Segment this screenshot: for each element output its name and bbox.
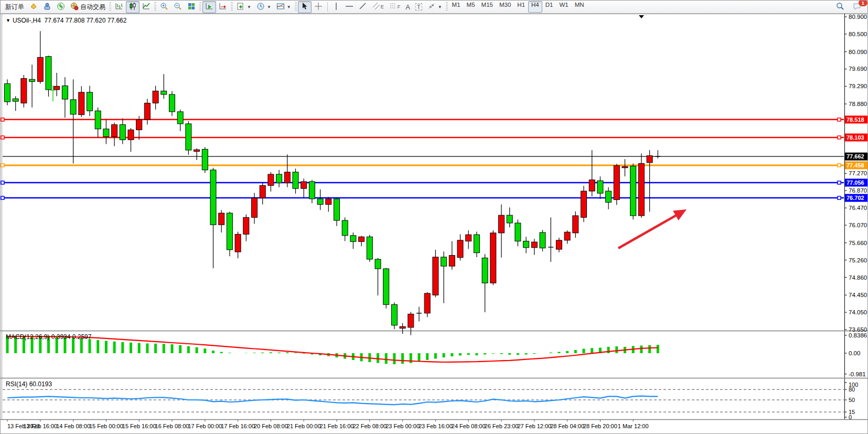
crosshair-icon bbox=[314, 2, 323, 12]
vertical-line-button[interactable] bbox=[330, 1, 342, 13]
price-axis[interactable]: 80.90080.50080.09079.69079.29078.88077.2… bbox=[845, 14, 867, 333]
trend-arrow-object[interactable] bbox=[618, 209, 687, 248]
zoom-in-icon bbox=[160, 2, 168, 12]
autotrading-button[interactable]: 自动交易 bbox=[68, 1, 108, 13]
zoom-in-button[interactable] bbox=[157, 1, 171, 13]
svg-text:77.056: 77.056 bbox=[846, 179, 864, 186]
candlestick-chart-button[interactable] bbox=[126, 1, 140, 13]
chart-title-ohlc: 77.674 77.808 77.620 77.662 bbox=[45, 17, 127, 24]
timeframe-h4-button[interactable]: H4 bbox=[528, 1, 542, 13]
timeframe-m1-button[interactable]: M1 bbox=[449, 1, 464, 13]
cursor-button[interactable] bbox=[298, 1, 312, 13]
bar-chart-button[interactable] bbox=[112, 1, 126, 13]
chat-button[interactable]: 1 bbox=[850, 1, 864, 13]
svg-text:23 Feb 00:00: 23 Feb 00:00 bbox=[385, 423, 420, 429]
svg-text:76.702: 76.702 bbox=[846, 195, 864, 201]
new-chart-button[interactable]: ▼ bbox=[234, 1, 254, 13]
auto-scroll-icon bbox=[205, 2, 213, 12]
dropdown-caret-icon: ▼ bbox=[247, 5, 251, 9]
svg-text:20 Feb 08:00: 20 Feb 08:00 bbox=[254, 423, 288, 429]
svg-text:50: 50 bbox=[849, 397, 855, 403]
trendline-button[interactable] bbox=[356, 1, 370, 13]
profile-button[interactable] bbox=[40, 1, 54, 13]
macd-panel[interactable]: 0.83860.00-0.981 bbox=[7, 332, 867, 377]
crosshair-button[interactable] bbox=[312, 1, 325, 13]
svg-text:24 Feb 08:00: 24 Feb 08:00 bbox=[452, 423, 486, 429]
svg-text:14 Feb 08:00: 14 Feb 08:00 bbox=[56, 423, 90, 429]
svg-text:13 Feb 16:00: 13 Feb 16:00 bbox=[23, 423, 57, 429]
chart-window: 78.51878.10377.66277.45877.05676.70280.9… bbox=[1, 14, 868, 434]
collapse-triangle-icon[interactable]: ▼ bbox=[6, 18, 10, 23]
bar-chart-icon bbox=[115, 2, 123, 12]
drawing-objects[interactable] bbox=[50, 15, 687, 248]
horizontal-line-icon bbox=[345, 2, 353, 12]
timeframe-w1-button[interactable]: W1 bbox=[556, 1, 571, 13]
svg-text:74.860: 74.860 bbox=[849, 274, 867, 281]
svg-text:21 Feb 16:00: 21 Feb 16:00 bbox=[320, 423, 354, 429]
chat-unread-badge: 1 bbox=[859, 0, 867, 6]
svg-text:78.103: 78.103 bbox=[846, 134, 864, 141]
chart-canvas[interactable]: 78.51878.10377.66277.45877.05676.70280.9… bbox=[1, 14, 868, 434]
svg-text:17 Feb 00:00: 17 Feb 00:00 bbox=[188, 423, 222, 429]
svg-text:76.870: 76.870 bbox=[849, 187, 867, 194]
svg-text:80: 80 bbox=[849, 386, 855, 393]
tile-windows-icon bbox=[187, 2, 196, 12]
market-watch-button[interactable] bbox=[27, 1, 40, 13]
time-axis[interactable]: 13 Feb 202313 Feb 16:0014 Feb 08:0015 Fe… bbox=[7, 420, 649, 429]
svg-text:23 Feb 16:00: 23 Feb 16:00 bbox=[419, 423, 453, 429]
shapes-icon bbox=[427, 2, 436, 12]
toolbar-grip bbox=[231, 2, 233, 12]
tile-windows-button[interactable] bbox=[185, 1, 198, 13]
svg-text:0.8386: 0.8386 bbox=[849, 332, 867, 338]
channel-letter: E bbox=[381, 4, 384, 9]
fibonacci-button[interactable]: F bbox=[387, 1, 403, 13]
chart-title: ▼USOil-,H4 77.674 77.808 77.620 77.662 bbox=[6, 17, 126, 24]
svg-text:76.470: 76.470 bbox=[849, 205, 867, 211]
chart-shift-button[interactable] bbox=[216, 1, 230, 13]
fibonacci-icon bbox=[389, 2, 398, 12]
line-chart-button[interactable] bbox=[140, 1, 153, 13]
autotrading-label: 自动交易 bbox=[80, 3, 105, 12]
timeframe-h1-button[interactable]: H1 bbox=[514, 1, 528, 13]
toolbar-grip bbox=[199, 2, 201, 12]
zoom-out-icon bbox=[174, 2, 182, 12]
svg-text:76.070: 76.070 bbox=[849, 222, 867, 228]
svg-text:78.518: 78.518 bbox=[846, 117, 864, 123]
svg-text:1 Mar 12:00: 1 Mar 12:00 bbox=[618, 423, 649, 429]
timeframe-m30-button[interactable]: M30 bbox=[496, 1, 514, 13]
svg-text:77.458: 77.458 bbox=[846, 162, 864, 168]
new-order-button[interactable]: 新订单 bbox=[3, 1, 27, 13]
svg-text:0: 0 bbox=[849, 414, 852, 420]
new-order-label: 新订单 bbox=[5, 3, 24, 12]
timeframe-mn-button[interactable]: MN bbox=[572, 1, 587, 13]
search-button[interactable] bbox=[833, 1, 847, 13]
svg-text:79.290: 79.290 bbox=[849, 83, 867, 89]
autotrading-icon bbox=[70, 2, 79, 12]
toolbar-grip bbox=[446, 2, 448, 12]
timeframe-d1-button[interactable]: D1 bbox=[542, 1, 556, 13]
timeframe-m5-button[interactable]: M5 bbox=[464, 1, 478, 13]
candlestick-icon bbox=[128, 2, 137, 12]
top-toolbar: 新订单 自动交易 bbox=[1, 1, 868, 14]
indicators-button[interactable]: ▼ bbox=[274, 1, 294, 13]
toolbar-grip bbox=[109, 2, 111, 12]
auto-scroll-button[interactable] bbox=[202, 1, 216, 13]
svg-text:75.260: 75.260 bbox=[849, 257, 867, 263]
person-icon bbox=[43, 2, 51, 12]
rsi-panel[interactable]: 1008050150 bbox=[3, 382, 858, 420]
equidistant-channel-button[interactable]: E bbox=[370, 1, 387, 13]
text-button[interactable]: A bbox=[403, 1, 413, 13]
timeframe-m15-button[interactable]: M15 bbox=[478, 1, 496, 13]
arrows-shapes-button[interactable]: ▼ bbox=[425, 1, 445, 13]
zoom-out-button[interactable] bbox=[171, 1, 185, 13]
period-clock-button[interactable]: ▼ bbox=[254, 1, 274, 13]
svg-text:74.450: 74.450 bbox=[849, 292, 867, 298]
horizontal-line-button[interactable] bbox=[342, 1, 356, 13]
svg-text:-0.981: -0.981 bbox=[849, 371, 866, 377]
mt4-window: { "toolbar": { "new_order_label": "新订单",… bbox=[0, 0, 868, 434]
text-label-button[interactable]: T bbox=[413, 1, 425, 13]
indicators-icon bbox=[276, 2, 285, 12]
toolbar-grip bbox=[154, 2, 156, 12]
dropdown-caret-icon: ▼ bbox=[267, 5, 271, 9]
signal-button[interactable] bbox=[54, 1, 68, 13]
